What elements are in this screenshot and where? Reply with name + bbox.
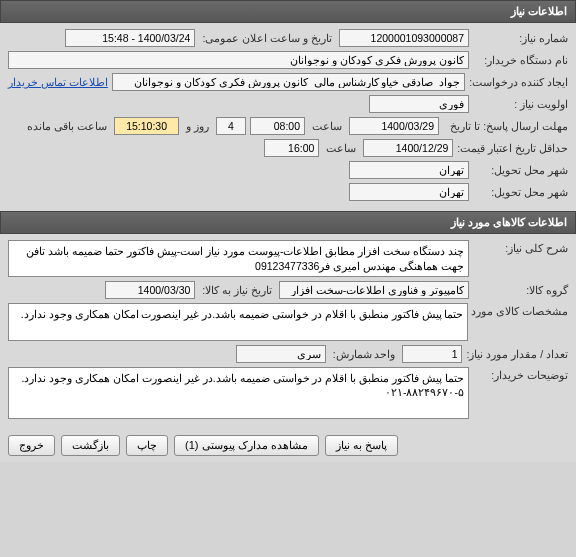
exit-button[interactable]: خروج: [8, 435, 55, 456]
general-desc-textarea[interactable]: [8, 240, 469, 277]
validity-date-input[interactable]: [363, 139, 453, 157]
goods-date-label: تاریخ نیاز به کالا:: [199, 284, 275, 296]
section-need-info-header: اطلاعات نیاز: [0, 0, 576, 23]
goods-group-label: گروه کالا:: [473, 284, 568, 296]
goods-spec-textarea[interactable]: [8, 303, 468, 340]
qty-label: تعداد / مقدار مورد نیاز:: [466, 348, 568, 360]
time-label-1: ساعت: [309, 120, 345, 132]
print-button[interactable]: چاپ: [126, 435, 168, 456]
requester-input[interactable]: [112, 73, 465, 91]
buyer-notes-label: توضیحات خریدار:: [473, 367, 568, 381]
public-announce-label: تاریخ و ساعت اعلان عمومی:: [199, 32, 335, 44]
need-info-body: شماره نیاز: تاریخ و ساعت اعلان عمومی: نا…: [0, 23, 576, 211]
goods-info-body: شرح کلی نیاز: گروه کالا: تاریخ نیاز به ک…: [0, 234, 576, 429]
validity-label: حداقل تاریخ اعتبار قیمت:: [457, 142, 568, 154]
remain-label: ساعت باقی مانده: [24, 120, 110, 132]
unit-label: واحد شمارش:: [330, 348, 399, 360]
section-title: اطلاعات نیاز: [511, 5, 567, 17]
buyer-org-label: نام دستگاه خریدار:: [473, 54, 568, 66]
attachments-button[interactable]: مشاهده مدارک پیوستی (1): [174, 435, 319, 456]
respond-button[interactable]: پاسخ به نیاز: [325, 435, 398, 456]
buyer-notes-textarea[interactable]: [8, 367, 469, 419]
days-input[interactable]: [216, 117, 246, 135]
priority-input[interactable]: [369, 95, 469, 113]
days-label: روز و: [183, 120, 212, 132]
general-desc-label: شرح کلی نیاز:: [473, 240, 568, 254]
unit-input[interactable]: [236, 345, 326, 363]
delivery-city-label: شهر محل تحویل:: [473, 164, 568, 176]
remain-time-input: [114, 117, 179, 135]
delivery-addr-input[interactable]: [349, 183, 469, 201]
need-no-label: شماره نیاز:: [473, 32, 568, 44]
deadline-time-input[interactable]: [250, 117, 305, 135]
time-label-2: ساعت: [323, 142, 359, 154]
qty-input[interactable]: [402, 345, 462, 363]
deadline-date-input[interactable]: [349, 117, 439, 135]
button-bar: پاسخ به نیاز مشاهده مدارک پیوستی (1) چاپ…: [0, 429, 576, 462]
contact-link[interactable]: اطلاعات تماس خریدار: [8, 76, 108, 88]
back-button[interactable]: بازگشت: [61, 435, 120, 456]
requester-label: ایجاد کننده درخواست:: [469, 76, 568, 88]
need-no-input[interactable]: [339, 29, 469, 47]
public-announce-input[interactable]: [65, 29, 195, 47]
goods-group-input[interactable]: [279, 281, 469, 299]
section-title-2: اطلاعات کالاهای مورد نیاز: [451, 216, 567, 228]
delivery-city-input[interactable]: [349, 161, 469, 179]
goods-spec-label: مشخصات کالای مورد نیاز:: [472, 303, 568, 317]
validity-time-input[interactable]: [264, 139, 319, 157]
section-goods-info-header: اطلاعات کالاهای مورد نیاز: [0, 211, 576, 234]
deadline-label: مهلت ارسال پاسخ: تا تاریخ: [443, 120, 568, 132]
buyer-org-input[interactable]: [8, 51, 469, 69]
delivery-addr-label: شهر محل تحویل:: [473, 186, 568, 198]
priority-label: اولویت نیاز :: [473, 98, 568, 110]
goods-date-input[interactable]: [105, 281, 195, 299]
